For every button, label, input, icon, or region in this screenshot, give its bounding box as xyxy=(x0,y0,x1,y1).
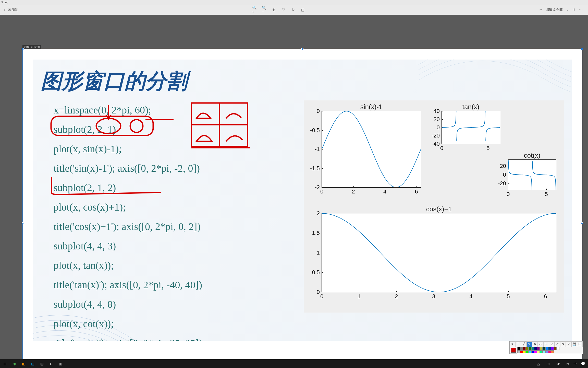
rotate-icon[interactable]: ↻ xyxy=(291,8,295,12)
tool-arc[interactable]: ⌒ xyxy=(515,341,521,347)
color-swatch[interactable] xyxy=(554,347,557,350)
tool-line[interactable]: ╱ xyxy=(521,341,526,347)
resize-handle-tl[interactable] xyxy=(22,48,24,50)
xtick-label: 4 xyxy=(383,187,386,195)
edit-create-label[interactable]: 编辑 & 创建 xyxy=(546,7,563,12)
ytick-label: 20 xyxy=(434,116,442,123)
zoom-in-icon[interactable]: 🔍+ xyxy=(252,8,256,12)
color-swatch[interactable] xyxy=(537,350,540,353)
task-item[interactable]: ▤ xyxy=(29,360,36,367)
tool-redo[interactable]: ↷ xyxy=(560,341,566,347)
add-icon[interactable]: + xyxy=(3,8,7,12)
color-swatch[interactable] xyxy=(551,350,554,353)
color-palette[interactable] xyxy=(517,347,561,354)
slide-title: 图形窗口的分割 xyxy=(33,60,572,95)
resize-handle-tr[interactable] xyxy=(581,48,583,50)
task-item[interactable]: ◉ xyxy=(11,360,18,367)
tool-drag[interactable]: ✥ xyxy=(532,341,538,347)
color-swatch[interactable] xyxy=(531,350,534,353)
color-swatch[interactable] xyxy=(537,347,540,350)
ytick-label: -20 xyxy=(432,132,442,139)
color-swatch[interactable] xyxy=(551,347,554,350)
color-swatch[interactable] xyxy=(540,347,543,350)
tool-copy[interactable]: ❐ xyxy=(577,341,583,347)
ytick-label: 1.5 xyxy=(312,230,322,236)
share-icon[interactable]: ⇪ xyxy=(572,8,576,12)
xtick-label: 5 xyxy=(507,292,510,300)
code-block: x=linspace(0, 2*pi, 60); subplot(2, 2, 1… xyxy=(54,100,202,341)
edit-tools-icon[interactable]: ✂ xyxy=(539,8,543,12)
zoom-out-icon[interactable]: 🔍− xyxy=(262,8,266,12)
color-swatch[interactable] xyxy=(526,347,529,350)
chart-axes-tan: 40200-20-4005 xyxy=(442,111,500,144)
task-item[interactable]: ▣ xyxy=(57,360,64,367)
color-swatch[interactable] xyxy=(545,347,548,350)
current-color[interactable] xyxy=(510,347,517,354)
tool-save[interactable]: 💾 xyxy=(571,341,577,347)
color-swatch[interactable] xyxy=(520,347,523,350)
code-line: subplot(2, 2, 1) xyxy=(54,120,202,139)
color-swatch[interactable] xyxy=(529,347,531,350)
resize-handle-mr[interactable] xyxy=(581,222,583,224)
tray-icon[interactable]: 🕪 xyxy=(554,360,561,367)
tool-pen[interactable]: ✎ xyxy=(526,341,532,347)
color-swatch[interactable] xyxy=(517,350,520,353)
tool-rect[interactable]: ▭ xyxy=(538,341,543,347)
titlebar: 3.png xyxy=(0,0,588,5)
crop-icon[interactable]: ◫ xyxy=(301,8,305,12)
more-icon[interactable]: ⋯ xyxy=(579,8,583,12)
code-line: title('cot(x)'); axis([0, 2*pi, -35, 35]… xyxy=(54,334,202,341)
tool-close[interactable]: ✕ xyxy=(566,341,571,347)
chevron-down-icon[interactable]: ⌄ xyxy=(566,8,570,12)
ytick-label: -0.5 xyxy=(310,127,322,134)
chart-title-sin: sin(x)-1 xyxy=(322,103,421,111)
color-swatch[interactable] xyxy=(543,347,545,350)
add-to-label[interactable]: 添加到 xyxy=(8,7,18,12)
notification-icon[interactable]: 💬 xyxy=(579,360,586,367)
ime-indicator[interactable]: 中 xyxy=(574,362,577,366)
task-item[interactable]: ◧ xyxy=(20,360,27,367)
image-selection[interactable]: 图形窗口的分割 x=linspace(0, 2*pi, 60); subplot… xyxy=(22,49,582,368)
task-item[interactable]: ▸ xyxy=(47,360,55,367)
color-swatch[interactable] xyxy=(557,347,559,350)
code-line: plot(x, sin(x)-1); xyxy=(54,139,202,159)
task-item[interactable]: ▦ xyxy=(38,360,45,367)
ytick-label: 0.5 xyxy=(312,269,322,276)
color-swatch[interactable] xyxy=(534,350,537,353)
color-swatch[interactable] xyxy=(548,347,551,350)
chart-title-cot: cot(x) xyxy=(508,152,556,159)
color-swatch[interactable] xyxy=(523,350,526,353)
xtick-label: 6 xyxy=(544,292,547,300)
color-swatch[interactable] xyxy=(523,347,526,350)
tool-undo[interactable]: ↶ xyxy=(555,341,560,347)
start-button[interactable]: ⊞ xyxy=(2,360,9,367)
color-swatch[interactable] xyxy=(545,350,548,353)
resize-handle-tm[interactable] xyxy=(301,48,303,50)
color-swatch[interactable] xyxy=(517,347,520,350)
tool-eyedrop[interactable]: ⟀ xyxy=(549,341,555,347)
color-swatch[interactable] xyxy=(540,350,543,353)
xtick-label: 6 xyxy=(415,187,418,195)
chart-title-cos: cos(x)+1 xyxy=(322,205,556,213)
ytick-label: 0 xyxy=(503,171,508,178)
color-swatch[interactable] xyxy=(520,350,523,353)
color-swatch[interactable] xyxy=(526,350,529,353)
tray-icon[interactable]: ⊞ xyxy=(545,360,552,367)
color-swatch[interactable] xyxy=(531,347,534,350)
color-swatch[interactable] xyxy=(543,350,545,353)
color-swatch[interactable] xyxy=(534,347,537,350)
ytick-label: -1.5 xyxy=(310,165,322,172)
favorite-icon[interactable]: ♡ xyxy=(281,8,286,12)
color-swatch[interactable] xyxy=(529,350,531,353)
chart-axes-sin: 0-0.5-1-1.5-20246 xyxy=(322,111,421,188)
xtick-label: 0 xyxy=(320,292,323,300)
annotation-toolbar[interactable]: ↖ ⌒ ╱ ✎ ✥ ▭ T ⟀ ↶ ↷ ✕ 💾 ❐ xyxy=(509,341,583,354)
tool-pointer[interactable]: ↖ xyxy=(510,341,515,347)
charts-panel: sin(x)-1 0-0.5-1-1.5-20246 tan(x) 40200-… xyxy=(304,100,564,313)
resize-handle-ml[interactable] xyxy=(22,222,24,224)
tray-icon[interactable]: ⎋ xyxy=(564,360,571,367)
delete-icon[interactable]: 🗑 xyxy=(272,8,276,12)
color-swatch[interactable] xyxy=(548,350,551,353)
tray-icon[interactable]: △ xyxy=(535,360,542,367)
tool-text[interactable]: T xyxy=(543,341,549,347)
